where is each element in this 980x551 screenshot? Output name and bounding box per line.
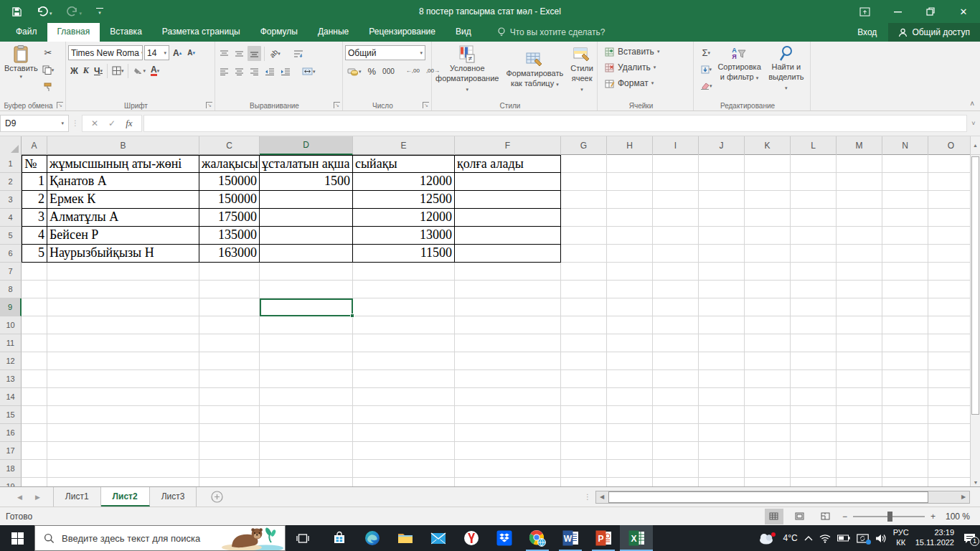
cell-M4[interactable] (837, 209, 882, 227)
cell-K3[interactable] (745, 191, 791, 209)
cell-J3[interactable] (699, 191, 745, 209)
cell-O7[interactable] (928, 263, 970, 281)
insert-cells-button[interactable]: Вставить▾ (605, 44, 691, 60)
cell-B10[interactable] (47, 316, 199, 334)
tab-insert[interactable]: Вставка (100, 23, 152, 42)
cell-G17[interactable] (561, 442, 607, 460)
cell-L12[interactable] (791, 352, 837, 370)
cell-A2[interactable]: 1 (22, 173, 47, 191)
decrease-font-button[interactable]: А▾ (185, 45, 197, 60)
start-button[interactable] (0, 525, 34, 551)
column-header-B[interactable]: B (47, 136, 199, 155)
sheet-tab-list2[interactable]: Лист2 (101, 487, 150, 507)
cell-L16[interactable] (791, 424, 837, 442)
cell-L5[interactable] (791, 227, 837, 245)
format-cells-button[interactable]: Формат▾ (605, 75, 691, 91)
cell-A13[interactable] (22, 370, 47, 388)
cell-A1[interactable]: № (22, 155, 47, 173)
page-break-view-button[interactable] (816, 509, 835, 524)
redo-dropdown-icon[interactable]: ▾ (80, 11, 83, 17)
scroll-up-icon[interactable]: ▲ (971, 136, 980, 155)
cell-O12[interactable] (928, 352, 970, 370)
cell-N1[interactable] (882, 155, 928, 173)
tab-page-layout[interactable]: Разметка страницы (152, 23, 250, 42)
cell-D5[interactable] (260, 227, 353, 245)
cell-E19[interactable] (353, 478, 455, 486)
cell-I7[interactable] (653, 263, 699, 281)
cell-N10[interactable] (882, 316, 928, 334)
name-box[interactable]: D9▾ (0, 115, 69, 132)
clock[interactable]: 23:19 15.11.2022 (915, 528, 954, 548)
cell-K9[interactable] (745, 298, 791, 316)
cell-I14[interactable] (653, 388, 699, 406)
cell-E12[interactable] (353, 352, 455, 370)
align-top-button[interactable] (217, 46, 231, 61)
cell-H3[interactable] (607, 191, 653, 209)
row-header-3[interactable]: 3 (0, 191, 22, 209)
cell-L6[interactable] (791, 245, 837, 263)
cell-O5[interactable] (928, 227, 970, 245)
cell-B9[interactable] (47, 298, 199, 316)
cell-N4[interactable] (882, 209, 928, 227)
column-header-O[interactable]: O (928, 136, 974, 155)
clear-button[interactable]: ▾ (698, 78, 715, 93)
cell-G3[interactable] (561, 191, 607, 209)
cell-L17[interactable] (791, 442, 837, 460)
cell-G19[interactable] (561, 478, 607, 486)
cell-F13[interactable] (455, 370, 561, 388)
cell-B2[interactable]: Қанатов А (47, 173, 199, 191)
cell-J14[interactable] (699, 388, 745, 406)
cell-N3[interactable] (882, 191, 928, 209)
cell-C11[interactable] (199, 334, 260, 352)
cell-E1[interactable]: сыйақы (353, 155, 455, 173)
cell-K15[interactable] (745, 406, 791, 424)
redo-button[interactable]: ▾ (67, 6, 83, 17)
cell-H10[interactable] (607, 316, 653, 334)
ribbon-display-options-button[interactable] (848, 0, 881, 23)
cell-G14[interactable] (561, 388, 607, 406)
cell-M17[interactable] (837, 442, 882, 460)
cell-I13[interactable] (653, 370, 699, 388)
row-header-7[interactable]: 7 (0, 263, 22, 281)
cell-I12[interactable] (653, 352, 699, 370)
cell-B7[interactable] (47, 263, 199, 281)
tab-view[interactable]: Вид (446, 23, 481, 42)
cut-button[interactable]: ✂ (40, 45, 57, 60)
cell-A12[interactable] (22, 352, 47, 370)
taskbar-app-excel[interactable]: X (620, 525, 653, 551)
cell-I5[interactable] (653, 227, 699, 245)
cell-O3[interactable] (928, 191, 970, 209)
cell-O10[interactable] (928, 316, 970, 334)
temperature[interactable]: 4°C (783, 533, 798, 543)
taskbar-app-chrome[interactable] (521, 525, 554, 551)
zoom-slider-thumb[interactable] (887, 512, 892, 522)
cell-O8[interactable] (928, 281, 970, 298)
undo-dropdown-icon[interactable]: ▾ (50, 11, 52, 17)
cell-M7[interactable] (837, 263, 882, 281)
cell-N8[interactable] (882, 281, 928, 298)
cell-A8[interactable] (22, 281, 47, 298)
align-middle-button[interactable] (232, 46, 246, 61)
cell-K12[interactable] (745, 352, 791, 370)
cell-E6[interactable]: 11500 (353, 245, 455, 263)
cell-J18[interactable] (699, 460, 745, 478)
taskbar-app-store[interactable] (323, 525, 356, 551)
cell-G13[interactable] (561, 370, 607, 388)
increase-decimal-button[interactable]: ←,00 (404, 64, 422, 79)
tab-file[interactable]: Файл (6, 23, 47, 42)
cell-E4[interactable]: 12000 (353, 209, 455, 227)
cell-J13[interactable] (699, 370, 745, 388)
cell-H17[interactable] (607, 442, 653, 460)
cell-I4[interactable] (653, 209, 699, 227)
cell-C3[interactable]: 150000 (199, 191, 260, 209)
cell-M11[interactable] (837, 334, 882, 352)
cell-D14[interactable] (260, 388, 353, 406)
scroll-down-icon[interactable]: ▼ (971, 480, 980, 485)
cell-M2[interactable] (837, 173, 882, 191)
cell-O15[interactable] (928, 406, 970, 424)
cell-G2[interactable] (561, 173, 607, 191)
cell-N5[interactable] (882, 227, 928, 245)
cell-I9[interactable] (653, 298, 699, 316)
next-sheet-icon[interactable]: ▶ (35, 494, 40, 501)
cell-C1[interactable]: жалақысы (199, 155, 260, 173)
